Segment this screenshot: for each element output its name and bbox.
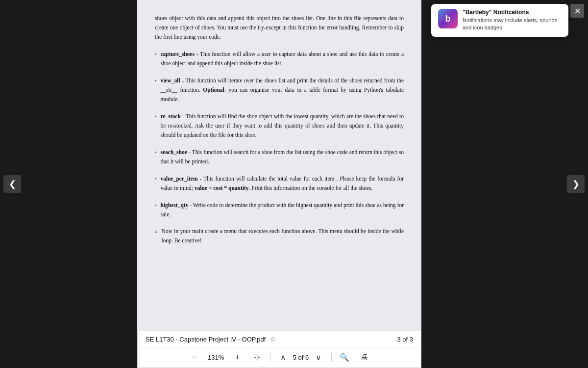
zoom-out-button[interactable]: − [188,350,201,364]
bullet-icon: • [155,149,157,166]
next-button[interactable]: ❯ [567,175,585,193]
fit-icon: ⊹ [254,353,260,362]
list-item: • view_all - This function will iterate … [155,76,404,104]
item-text: view_all - This function will iterate ov… [161,76,404,104]
func-name-seach-shoe: seach_shoe [161,149,187,155]
zoom-out-icon: − [192,353,196,362]
pdf-title-row: SE L1T30 - Capstone Project IV - OOP.pdf… [146,335,276,343]
list-item: • capture_shoes - This function will all… [155,50,404,68]
item-text: value_per_item - This function will calc… [161,174,404,193]
bullet-icon: • [155,77,157,104]
search-icon: 🔍 [340,353,349,362]
pdf-intro-text: shoes object with this data and append t… [155,14,404,42]
bullet-icon: • [155,175,157,193]
notification-content: "Bartleby" Notifications Notifications m… [463,9,562,32]
outer-bullet-icon: o [155,227,158,245]
search-button[interactable]: 🔍 [338,350,351,364]
chevron-right-icon: ❯ [572,179,580,189]
item-text: seach_shoe - This function will search f… [161,148,404,166]
pdf-function-list: • capture_shoes - This function will all… [155,50,404,219]
fit-button[interactable]: ⊹ [250,350,264,364]
footer-text: Now in your main create a menu that exec… [162,227,404,245]
bullet-icon: • [155,51,157,68]
pdf-filename: SE L1T30 - Capstone Project IV - OOP.pdf [146,336,266,343]
pdf-toolbar: SE L1T30 - Capstone Project IV - OOP.pdf… [137,331,421,368]
bullet-icon: • [155,202,157,219]
zoom-in-button[interactable]: + [231,350,245,364]
func-name-capture-shoes: capture_shoes [161,51,195,57]
pdf-controls: − 131% + ⊹ ∧ 5 of 6 ∨ 🔍 [138,347,421,367]
func-name-view-all: view_all [161,78,180,83]
print-icon: 🖨 [360,353,368,362]
formula-end: . Print this information on the console … [249,185,373,191]
optional-label: Optional [203,87,224,93]
func-desc-highest-qty: - Write code to determine the product wi… [161,202,404,217]
notification-popup: b "Bartleby" Notifications Notifications… [431,4,568,37]
prev-button[interactable]: ❮ [3,175,21,193]
list-item: • re_stock - This function will find the… [155,112,404,140]
current-page-display: 5 of 6 [293,354,309,361]
notification-body: Notifications may include alerts, sounds… [463,17,562,32]
divider [270,353,270,362]
func-name-re-stock: re_stock [161,113,181,119]
page-down-icon: ∨ [316,353,321,362]
page-down-button[interactable]: ∨ [312,350,325,364]
pdf-title-bar: SE L1T30 - Capstone Project IV - OOP.pdf… [138,331,421,347]
item-text: highest_qty - Write code to determine th… [161,201,404,219]
value-formula: value = cost * quantity [195,185,249,191]
notification-app-icon: b [438,9,458,28]
notification-title: "Bartleby" Notifications [463,9,562,16]
star-icon[interactable]: ☆ [270,335,276,343]
page-up-icon: ∧ [280,353,286,362]
close-icon: ✕ [574,6,581,16]
chevron-left-icon: ❮ [9,179,16,189]
zoom-level: 131% [207,354,225,361]
divider2 [331,353,332,362]
bullet-icon: • [155,113,157,140]
print-button[interactable]: 🖨 [357,350,371,364]
close-button[interactable]: ✕ [570,4,584,18]
item-text: capture_shoes - This function will allow… [161,50,404,68]
footer-item: o Now in your main create a menu that ex… [155,227,404,245]
list-item: • value_per_item - This function will ca… [155,174,404,193]
func-desc-seach-shoe: - This function will search for a shoe f… [161,149,404,164]
list-item: • highest_qty - Write code to determine … [155,201,404,219]
page-navigation: ∧ 5 of 6 ∨ [276,350,326,364]
pdf-content: shoes object with this data and append t… [137,0,421,259]
page-up-button[interactable]: ∧ [276,350,290,364]
list-item: • seach_shoe - This function will search… [155,148,404,166]
nav-arrow-left[interactable]: ❮ [0,0,24,368]
pdf-viewer: shoes object with this data and append t… [137,0,421,368]
func-name-highest-qty: highest_qty [161,202,189,208]
func-name-value-per-item: value_per_item [161,176,198,182]
func-desc-capture-shoes: - This function will allow a user to cap… [161,51,404,66]
item-text: re_stock - This function will find the s… [161,112,404,140]
pdf-page: shoes object with this data and append t… [137,0,421,331]
zoom-in-icon: + [235,353,240,362]
nav-arrow-right[interactable]: ❯ [564,0,588,368]
page-count-display: 3 of 3 [397,336,413,343]
func-desc-re-stock: - This function will find the shoe objec… [161,113,404,138]
